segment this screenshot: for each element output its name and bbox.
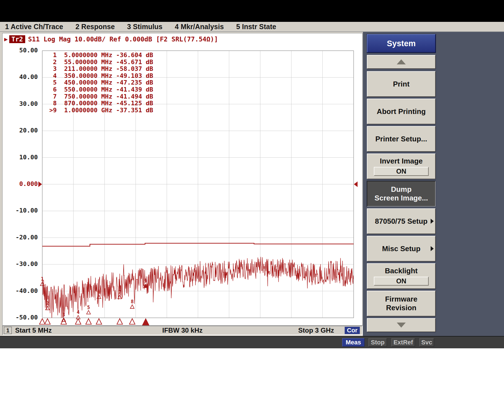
- marker-readout-row: 6 550.00000 MHz -41.439 dB: [49, 86, 153, 93]
- correction-status-badge: Cor: [345, 327, 360, 334]
- main-area: ▶ Tr2 S11 Log Mag 10.00dB/ Ref 0.000dB […: [0, 32, 504, 336]
- submenu-arrow-icon: [431, 219, 434, 224]
- softkey-label: Backlight: [385, 267, 417, 275]
- softkey-firmware-revision[interactable]: Firmware Revision: [367, 291, 436, 316]
- marker-readout-row: 1 5.0000000 MHz -36.604 dB: [49, 52, 153, 59]
- channel-number-badge: 1: [4, 327, 12, 334]
- measurement-screen: ▶ Tr2 S11 Log Mag 10.00dB/ Ref 0.000dB […: [2, 33, 363, 326]
- svg-text:3: 3: [62, 312, 65, 318]
- sweep-start-label: Start 5 MHz: [15, 326, 52, 334]
- svg-text:6: 6: [97, 289, 100, 295]
- y-tick-label: 40.00: [5, 73, 38, 81]
- softkey-label: Invert Image: [380, 157, 423, 165]
- marker-number: 7: [49, 93, 57, 100]
- svg-text:9: 9: [144, 278, 147, 284]
- marker-table: 1 5.0000000 MHz -36.604 dB 2 55.000000 M…: [49, 52, 153, 114]
- marker-frequency: 211.00000 MHz: [64, 65, 112, 72]
- marker-frequency: 1.0000000 GHz: [64, 107, 112, 114]
- marker-readout-row: 4 350.00000 MHz -49.103 dB: [49, 73, 153, 80]
- svg-text:8: 8: [131, 299, 134, 304]
- svg-text:1: 1: [41, 276, 44, 282]
- marker-level: -47.235 dB: [116, 79, 153, 86]
- marker-number: 1: [49, 52, 57, 59]
- down-arrow-icon: [397, 323, 406, 328]
- softkey-print[interactable]: Print: [367, 71, 436, 97]
- marker-frequency: 870.00000 MHz: [64, 100, 112, 107]
- marker-level: -41.494 dB: [116, 93, 153, 100]
- y-tick-label: 20.00: [5, 127, 38, 135]
- marker-readout-row: 3 211.00000 MHz -58.037 dB: [49, 66, 153, 73]
- marker-level: -49.103 dB: [116, 72, 153, 79]
- marker-number: 5: [49, 79, 57, 86]
- instrument-status-bar: MeasStopExtRefSvc: [0, 336, 504, 348]
- softkey-87050-75-setup[interactable]: 87050/75 Setup: [367, 208, 436, 234]
- softkey-printer-setup[interactable]: Printer Setup...: [367, 126, 436, 152]
- marker-number: 6: [49, 86, 57, 93]
- marker-level: -45.125 dB: [116, 100, 153, 107]
- marker-frequency: 55.000000 MHz: [64, 59, 112, 66]
- softkey-menu-title: System: [367, 34, 436, 53]
- svg-text:5: 5: [87, 305, 90, 310]
- marker-frequency: 5.0000000 MHz: [64, 52, 112, 59]
- y-tick-label: -20.00: [5, 234, 38, 242]
- instrument-status-meas: Meas: [342, 338, 365, 347]
- softkey-abort-printing[interactable]: Abort Printing: [367, 99, 436, 124]
- marker-frequency: 550.00000 MHz: [64, 86, 112, 93]
- menu-item-1[interactable]: 1 Active Ch/Trace: [5, 23, 63, 31]
- marker-number: 8: [49, 100, 57, 107]
- softkey-label: Printer Setup...: [375, 135, 427, 143]
- top-black-band: [0, 0, 504, 22]
- marker-readout-row: >9 1.0000000 GHz -37.351 dB: [49, 107, 153, 114]
- y-tick-label: -30.00: [5, 260, 38, 268]
- marker-frequency: 350.00000 MHz: [64, 72, 112, 79]
- softkey-scroll-up-button[interactable]: [367, 55, 436, 69]
- softkey-label: Print: [393, 80, 409, 88]
- softkey-label: 87050/75 Setup: [375, 217, 428, 226]
- instrument-status-extref: ExtRef: [391, 338, 415, 347]
- y-tick-reference-label: 0.000: [5, 180, 38, 188]
- softkey-scroll-down-button[interactable]: [367, 318, 436, 332]
- ifbw-label: IFBW 30 kHz: [162, 326, 202, 334]
- softkey-panel: System PrintAbort PrintingPrinter Setup.…: [363, 32, 504, 336]
- softkey-label: Dump Screen Image...: [375, 185, 428, 202]
- svg-text:4: 4: [77, 309, 80, 315]
- submenu-arrow-icon: [431, 246, 434, 251]
- menu-item-4[interactable]: 4 Mkr/Analysis: [175, 23, 224, 31]
- softkey-backlight[interactable]: BacklightON: [367, 263, 436, 289]
- softkey-toggle-state: ON: [374, 167, 429, 176]
- menu-item-2[interactable]: 2 Response: [76, 23, 115, 31]
- marker-readout-row: 7 750.00000 MHz -41.494 dB: [49, 93, 153, 100]
- marker-number: 3: [49, 65, 57, 72]
- menu-item-5[interactable]: 5 Instr State: [236, 23, 276, 31]
- instrument-status-svc: Svc: [419, 338, 434, 347]
- marker-readout-row: 8 870.00000 MHz -45.125 dB: [49, 100, 153, 107]
- up-arrow-icon: [397, 59, 406, 64]
- softkey-misc-setup[interactable]: Misc Setup: [367, 236, 436, 262]
- y-tick-label: -10.00: [5, 207, 38, 215]
- marker-readout-row: 5 450.00000 MHz -47.235 dB: [49, 79, 153, 86]
- softkey-dump-screen-image[interactable]: Dump Screen Image...: [367, 181, 436, 207]
- svg-text:7: 7: [118, 289, 121, 295]
- menu-item-3[interactable]: 3 Stimulus: [127, 23, 162, 31]
- y-tick-label: 10.00: [5, 154, 38, 162]
- marker-level: -37.351 dB: [116, 107, 153, 114]
- svg-text:2: 2: [46, 300, 49, 306]
- marker-number: >9: [49, 107, 57, 114]
- y-tick-label: 50.00: [5, 47, 38, 55]
- marker-level: -36.604 dB: [116, 52, 153, 59]
- softkey-label: Firmware Revision: [385, 295, 417, 312]
- marker-level: -41.439 dB: [116, 86, 153, 93]
- instrument-status-stop: Stop: [368, 338, 387, 347]
- y-tick-label: -40.00: [5, 287, 38, 295]
- softkey-invert-image[interactable]: Invert ImageON: [367, 153, 436, 179]
- marker-number: 4: [49, 72, 57, 79]
- marker-frequency: 450.00000 MHz: [64, 79, 112, 86]
- vna-instrument-screen: 1 Active Ch/Trace2 Response3 Stimulus4 M…: [0, 0, 504, 420]
- softkey-label: Abort Printing: [377, 107, 426, 116]
- softkey-label: Misc Setup: [382, 244, 420, 253]
- y-tick-label: -50.00: [5, 314, 38, 322]
- menu-bar: 1 Active Ch/Trace2 Response3 Stimulus4 M…: [0, 22, 504, 32]
- marker-frequency: 750.00000 MHz: [64, 93, 112, 100]
- marker-readout-row: 2 55.000000 MHz -45.671 dB: [49, 59, 153, 66]
- y-tick-label: 30.00: [5, 100, 38, 108]
